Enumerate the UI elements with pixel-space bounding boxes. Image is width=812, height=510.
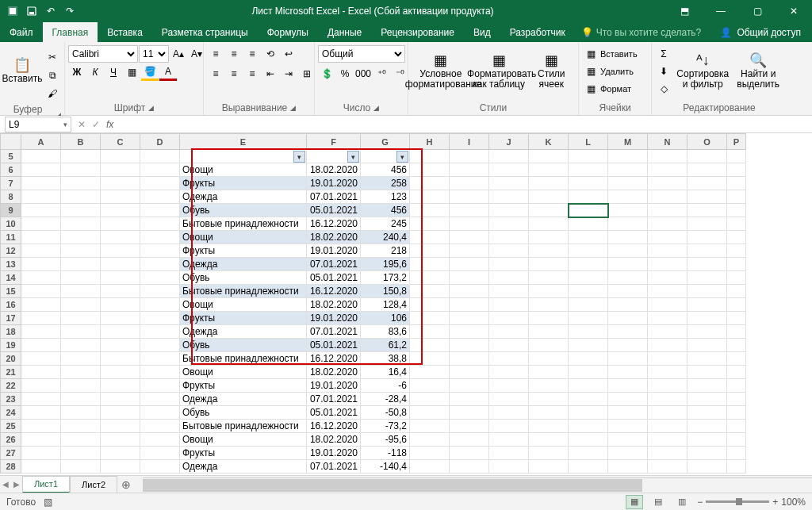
cell[interactable] [21,217,61,231]
cell[interactable] [727,460,746,474]
cell[interactable] [489,420,529,433]
cell[interactable] [648,190,688,204]
cell[interactable] [648,339,688,352]
cell[interactable] [140,163,180,177]
cell[interactable]: 173,2 [361,271,410,285]
cell[interactable] [410,325,450,339]
cell[interactable]: 150,8 [361,285,410,298]
cell[interactable] [529,433,569,447]
cell[interactable] [569,204,608,217]
cell[interactable] [61,150,101,163]
cell[interactable] [410,177,450,190]
cell[interactable]: Бытовые принадлежности [180,352,307,366]
cell[interactable] [727,325,746,339]
cell[interactable] [569,271,608,285]
copy-icon[interactable]: ⧉ [44,67,61,84]
cell[interactable]: Бытовые принадлежности [180,217,307,231]
cell[interactable]: -73,2 [361,420,410,433]
cell[interactable] [101,204,140,217]
cell[interactable] [140,420,180,433]
tab-file[interactable]: Файл [0,22,43,42]
align-left-icon[interactable]: ≡ [207,65,224,82]
cell[interactable] [410,244,450,258]
cell[interactable] [450,285,489,298]
save-icon[interactable] [22,2,41,21]
cell[interactable] [21,298,61,312]
font-name-select[interactable]: Calibri [68,45,138,63]
autosum-icon[interactable]: Σ [655,45,672,63]
cell[interactable]: 106 [361,312,410,325]
cell[interactable] [727,190,746,204]
select-all-corner[interactable] [1,134,21,150]
filter-dropdown-icon[interactable]: ▾ [347,151,359,163]
cell[interactable]: Овощи [180,231,307,244]
cell[interactable] [529,217,569,231]
cell[interactable] [21,271,61,285]
cell[interactable] [569,366,608,379]
cell[interactable] [21,366,61,379]
cell[interactable] [140,393,180,406]
cell[interactable] [101,379,140,393]
cell[interactable]: 18.02.2020 [307,298,361,312]
cell[interactable] [688,420,727,433]
cell[interactable] [727,366,746,379]
cell[interactable] [101,217,140,231]
cell[interactable] [140,406,180,420]
dialog-launcher-icon[interactable]: ◢ [148,104,154,112]
cell[interactable]: 19.01.2020 [307,244,361,258]
cell[interactable] [569,231,608,244]
cell[interactable]: Овощи [180,433,307,447]
cell[interactable] [608,204,648,217]
cell[interactable] [569,352,608,366]
sheet-tab-2[interactable]: Лист2 [70,476,117,493]
cell[interactable] [727,204,746,217]
column-header[interactable]: P [727,134,746,150]
cell[interactable] [21,312,61,325]
border-icon[interactable]: ▦ [123,63,140,81]
row-header[interactable]: 20 [1,352,21,366]
row-header[interactable]: 9 [1,204,21,217]
cell[interactable] [727,352,746,366]
cell[interactable] [608,406,648,420]
cell[interactable] [140,460,180,474]
cell[interactable] [101,433,140,447]
cell[interactable] [569,406,608,420]
cell[interactable] [648,150,688,163]
cell[interactable] [727,271,746,285]
cell[interactable] [21,190,61,204]
row-header[interactable]: 5 [1,150,21,163]
insert-cells-icon[interactable]: ▦ [582,45,599,63]
cell[interactable] [450,339,489,352]
cell[interactable] [648,244,688,258]
cell[interactable] [569,298,608,312]
cell[interactable] [569,312,608,325]
cell[interactable] [61,379,101,393]
increase-decimal-icon[interactable]: ⁺⁰ [373,65,390,82]
cell[interactable] [450,177,489,190]
cell[interactable] [489,298,529,312]
cell[interactable] [61,298,101,312]
cell[interactable] [61,177,101,190]
cell[interactable] [450,231,489,244]
cell[interactable] [61,339,101,352]
cell[interactable] [450,406,489,420]
cell[interactable] [648,217,688,231]
cell[interactable] [61,393,101,406]
cell[interactable]: 19.01.2020 [307,447,361,460]
cell[interactable] [410,379,450,393]
cell[interactable] [61,285,101,298]
cancel-icon[interactable]: ✕ [78,119,86,130]
cell[interactable] [61,325,101,339]
column-header[interactable]: L [569,134,608,150]
cell[interactable] [608,285,648,298]
cell[interactable] [608,447,648,460]
cell[interactable]: 16,4 [361,366,410,379]
cell[interactable] [688,393,727,406]
cell[interactable]: 245 [361,217,410,231]
cell[interactable] [529,150,569,163]
horizontal-scrollbar[interactable] [143,477,812,492]
cell[interactable] [489,379,529,393]
cell[interactable] [410,460,450,474]
row-header[interactable]: 26 [1,433,21,447]
cell[interactable]: 16.12.2020 [307,217,361,231]
